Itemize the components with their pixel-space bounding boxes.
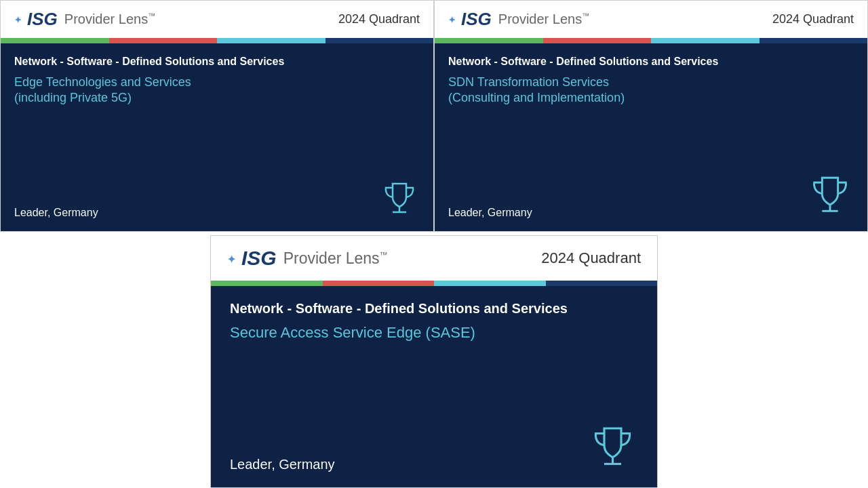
- card-2-footer: Leader, Germany: [448, 171, 854, 219]
- isg-logo-3: ✦ ISG Provider Lens™: [227, 247, 388, 270]
- trophy-icon-3: [587, 422, 638, 472]
- cards-container: ✦ ISG Provider Lens™ 2024 Quadrant Netwo…: [0, 0, 868, 488]
- card-1: ✦ ISG Provider Lens™ 2024 Quadrant Netwo…: [0, 0, 434, 232]
- card-2-subcategory: SDN Transformation Services (Consulting …: [448, 75, 854, 106]
- top-row: ✦ ISG Provider Lens™ 2024 Quadrant Netwo…: [0, 0, 868, 232]
- bar-red-1: [109, 38, 218, 43]
- card-1-header: ✦ ISG Provider Lens™ 2024 Quadrant: [1, 1, 433, 38]
- card-3-header: ✦ ISG Provider Lens™ 2024 Quadrant: [211, 236, 657, 281]
- quadrant-label-2: 2024 Quadrant: [772, 12, 854, 26]
- card-1-subcategory: Edge Technologies and Services (includin…: [14, 75, 420, 106]
- provider-lens-1: Provider Lens™: [64, 12, 155, 27]
- card-2-location: Leader, Germany: [448, 207, 532, 219]
- isg-text-2: ISG: [461, 9, 492, 30]
- card-3-category: Network - Software - Defined Solutions a…: [230, 301, 638, 317]
- isg-text-3: ISG: [241, 247, 277, 270]
- star-icon-2: ✦: [448, 15, 456, 25]
- color-bar-1: [1, 38, 433, 43]
- isg-logo-1: ✦ ISG Provider Lens™: [14, 9, 155, 30]
- card-1-category: Network - Software - Defined Solutions a…: [14, 56, 420, 68]
- card-3-body: Network - Software - Defined Solutions a…: [211, 286, 657, 487]
- color-bar-2: [435, 38, 867, 43]
- card-1-body: Network - Software - Defined Solutions a…: [1, 43, 433, 231]
- card-2-category: Network - Software - Defined Solutions a…: [448, 56, 854, 68]
- card-2-header: ✦ ISG Provider Lens™ 2024 Quadrant: [435, 1, 867, 38]
- bar-green-3: [211, 281, 323, 286]
- card-1-footer: Leader, Germany: [14, 178, 420, 219]
- bar-cyan-1: [217, 38, 326, 43]
- card-3-footer: Leader, Germany: [230, 422, 638, 472]
- isg-text-1: ISG: [27, 9, 58, 30]
- trophy-icon-2: [806, 171, 854, 219]
- bar-navy-1: [326, 38, 434, 43]
- card-2: ✦ ISG Provider Lens™ 2024 Quadrant Netwo…: [434, 0, 868, 232]
- bar-cyan-2: [651, 38, 760, 43]
- bar-navy-2: [760, 38, 868, 43]
- provider-lens-3: Provider Lens™: [283, 249, 388, 268]
- card-3-location: Leader, Germany: [230, 457, 335, 472]
- card-3: ✦ ISG Provider Lens™ 2024 Quadrant Netwo…: [210, 235, 658, 488]
- quadrant-label-3: 2024 Quadrant: [541, 249, 641, 267]
- provider-lens-2: Provider Lens™: [498, 12, 589, 27]
- color-bar-3: [211, 281, 657, 286]
- bar-red-2: [543, 38, 652, 43]
- bottom-row: ✦ ISG Provider Lens™ 2024 Quadrant Netwo…: [0, 232, 868, 488]
- bar-navy-3: [546, 281, 658, 286]
- bar-red-3: [323, 281, 435, 286]
- bar-green-1: [1, 38, 109, 43]
- isg-logo-2: ✦ ISG Provider Lens™: [448, 9, 589, 30]
- star-icon-1: ✦: [14, 15, 22, 25]
- bar-cyan-3: [434, 281, 546, 286]
- quadrant-label-1: 2024 Quadrant: [338, 12, 420, 26]
- bar-green-2: [435, 38, 543, 43]
- card-3-subcategory: Secure Access Service Edge (SASE): [230, 323, 638, 343]
- star-icon-3: ✦: [227, 253, 236, 266]
- card-2-body: Network - Software - Defined Solutions a…: [435, 43, 867, 231]
- trophy-icon-1: [379, 178, 420, 219]
- card-1-location: Leader, Germany: [14, 207, 98, 219]
